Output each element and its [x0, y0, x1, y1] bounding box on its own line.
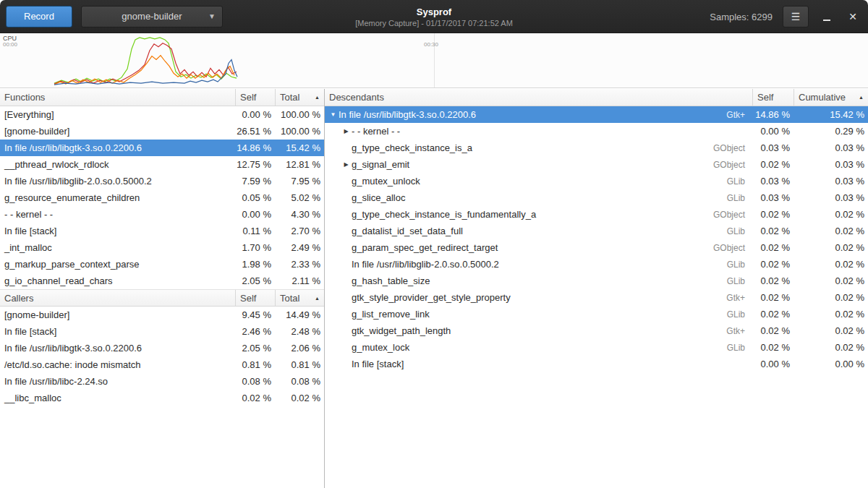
table-row[interactable]: g_io_channel_read_chars2.05 %2.11 % [0, 273, 324, 289]
table-row[interactable]: In file /usr/lib/libgtk-3.so.0.2200.62.0… [0, 340, 324, 356]
cumulative-column-label: Cumulative [799, 92, 846, 103]
headerbar: Record gnome-builder ▼ Sysprof [Memory C… [0, 0, 868, 33]
time-tick-start: 00:00 [3, 41, 17, 48]
row-self-value: 0.02 % [752, 292, 793, 303]
row-function-name: In file /usr/lib/libglib-2.0.so.0.5000.2 [0, 176, 235, 187]
table-row[interactable]: [Everything]0.00 %100.00 % [0, 106, 324, 123]
row-total-value: 2.11 % [275, 275, 324, 286]
row-self-value: 0.02 % [752, 242, 793, 253]
close-button[interactable]: ✕ [845, 6, 861, 27]
window-title: Sysprof [417, 7, 451, 17]
row-function-name: __libc_malloc [0, 393, 235, 403]
chevron-down-icon: ▼ [208, 12, 216, 20]
functions-self-column-header[interactable]: Self [235, 89, 275, 106]
row-function-name: g_resource_enumerate_children [0, 192, 235, 203]
table-row[interactable]: In file [stack]2.46 %2.48 % [0, 323, 324, 340]
table-row[interactable]: In file /usr/lib/libc-2.24.so0.08 %0.08 … [0, 373, 324, 390]
tree-row[interactable]: ▶- - kernel - -0.00 %0.29 % [325, 123, 868, 140]
row-self-value: 7.59 % [235, 176, 275, 187]
functions-total-column-header[interactable]: Total ▲ [275, 89, 324, 106]
descendants-self-column-header[interactable]: Self [752, 89, 793, 106]
tree-row[interactable]: gtk_widget_path_lengthGtk+0.02 %0.02 % [325, 322, 868, 339]
row-cumulative-value: 0.00 % [793, 359, 868, 369]
descendants-column-header[interactable]: Descendants [325, 89, 752, 106]
table-row[interactable]: _int_malloc1.70 %2.49 % [0, 239, 324, 256]
row-category-label: GLib [727, 226, 752, 236]
table-row[interactable]: In file /usr/lib/libglib-2.0.so.0.5000.2… [0, 173, 324, 189]
callers-table-header: Callers Self Total ▲ [0, 289, 324, 307]
row-category-label: GLib [727, 193, 752, 203]
expander-down-icon[interactable]: ▼ [328, 111, 339, 118]
tree-row[interactable]: g_param_spec_get_redirect_targetGObject0… [325, 239, 868, 256]
descendants-table-header: Descendants Self Cumulative ▲ [325, 89, 868, 106]
table-row[interactable]: In file [stack]0.11 %2.70 % [0, 223, 324, 239]
left-pane: Functions Self Total ▲ [Everything]0.00 … [0, 89, 325, 488]
descendants-cumulative-column-header[interactable]: Cumulative ▲ [793, 89, 868, 106]
row-cumulative-value: 0.02 % [793, 275, 868, 286]
process-selector-dropdown[interactable]: gnome-builder ▼ [81, 6, 223, 27]
row-self-value: 0.00 % [752, 126, 793, 137]
tree-row[interactable]: ▶g_signal_emitGObject0.02 %0.03 % [325, 156, 868, 173]
tree-row[interactable]: In file /usr/lib/libglib-2.0.so.0.5000.2… [325, 256, 868, 273]
table-row[interactable]: g_markup_parse_context_parse1.98 %2.33 % [0, 256, 324, 273]
row-total-value: 0.02 % [275, 393, 324, 403]
descendants-table-rows: ▼In file /usr/lib/libgtk-3.so.0.2200.6Gt… [325, 106, 868, 372]
expander-right-icon[interactable]: ▶ [341, 128, 352, 134]
row-function-name: - - kernel - - [0, 209, 235, 220]
row-self-value: 0.02 % [752, 159, 793, 170]
row-function-name: [Everything] [0, 109, 235, 120]
row-category-label: GObject [713, 210, 752, 220]
menu-button[interactable]: ☰ [783, 6, 809, 27]
row-total-value: 5.02 % [275, 192, 324, 203]
functions-column-header[interactable]: Functions [0, 89, 235, 106]
expander-right-icon[interactable]: ▶ [341, 161, 352, 168]
tree-row[interactable]: g_datalist_id_set_data_fullGLib0.02 %0.0… [325, 223, 868, 239]
tree-row[interactable]: g_slice_allocGLib0.03 %0.03 % [325, 189, 868, 206]
callers-total-column-header[interactable]: Total ▲ [275, 290, 324, 306]
table-row[interactable]: g_resource_enumerate_children0.05 %5.02 … [0, 189, 324, 206]
row-cumulative-value: 0.02 % [793, 325, 868, 336]
tree-row[interactable]: g_list_remove_linkGLib0.02 %0.02 % [325, 306, 868, 322]
row-self-value: 0.11 % [235, 226, 275, 236]
row-function-name: gtk_style_provider_get_style_property [352, 292, 726, 303]
row-function-name: In file /usr/lib/libgtk-3.so.0.2200.6 [339, 109, 726, 120]
table-row[interactable]: [gnome-builder]26.51 %100.00 % [0, 123, 324, 140]
table-row[interactable]: - - kernel - -0.00 %4.30 % [0, 206, 324, 223]
tree-row[interactable]: g_mutex_lockGLib0.02 %0.02 % [325, 339, 868, 356]
tree-row[interactable]: g_hash_table_sizeGLib0.02 %0.02 % [325, 273, 868, 289]
row-function-name: g_mutex_lock [352, 342, 727, 353]
minimize-button[interactable] [819, 6, 835, 27]
table-row[interactable]: /etc/ld.so.cache: inode mismatch0.81 %0.… [0, 356, 324, 373]
tree-row[interactable]: ▼In file /usr/lib/libgtk-3.so.0.2200.6Gt… [325, 106, 868, 123]
total-column-label: Total [280, 293, 299, 304]
title-block: Sysprof [Memory Capture] - 01/17/2017 07… [355, 0, 513, 33]
row-self-value: 0.02 % [235, 393, 275, 403]
row-self-value: 14.86 % [235, 142, 275, 153]
tree-row[interactable]: gtk_style_provider_get_style_propertyGtk… [325, 289, 868, 306]
row-self-value: 0.02 % [752, 342, 793, 353]
table-row[interactable]: __pthread_rwlock_rdlock12.75 %12.81 % [0, 156, 324, 173]
cpu-graph-area[interactable]: CPU 00:00 00:30 [0, 33, 868, 88]
row-cumulative-value: 0.02 % [793, 209, 868, 220]
tree-row[interactable]: g_mutex_unlockGLib0.03 %0.03 % [325, 173, 868, 189]
table-row[interactable]: In file /usr/lib/libgtk-3.so.0.2200.614.… [0, 140, 324, 156]
tree-row[interactable]: In file [stack]0.00 %0.00 % [325, 356, 868, 372]
row-function-name: In file [stack] [352, 359, 745, 369]
callers-self-column-header[interactable]: Self [235, 290, 275, 306]
right-pane: Descendants Self Cumulative ▲ ▼In file /… [325, 89, 868, 488]
callers-column-header[interactable]: Callers [0, 290, 235, 306]
process-selector-label: gnome-builder [122, 11, 182, 22]
tree-row[interactable]: g_type_check_instance_is_fundamentally_a… [325, 206, 868, 223]
tree-row[interactable]: g_type_check_instance_is_aGObject0.03 %0… [325, 140, 868, 156]
sort-indicator-icon: ▲ [856, 95, 864, 100]
header-right-cluster: Samples: 6299 ☰ ✕ [710, 0, 861, 33]
row-total-value: 15.42 % [275, 142, 324, 153]
record-button[interactable]: Record [6, 6, 72, 27]
sort-indicator-icon: ▲ [312, 95, 320, 100]
window-subtitle: [Memory Capture] - 01/17/2017 07:21:52 A… [355, 19, 513, 27]
row-cumulative-value: 0.03 % [793, 192, 868, 203]
row-cumulative-value: 15.42 % [793, 109, 868, 120]
table-row[interactable]: [gnome-builder]9.45 %14.49 % [0, 307, 324, 323]
cpu-green-line [54, 38, 237, 83]
table-row[interactable]: __libc_malloc0.02 %0.02 % [0, 390, 324, 406]
